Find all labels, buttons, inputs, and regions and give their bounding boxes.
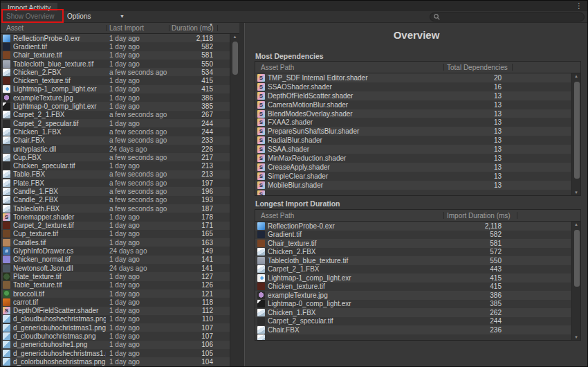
table-row[interactable]: Cup.FBXa few seconds ago217: [1, 153, 230, 161]
asset-name: Chicken_normal.tif: [13, 256, 106, 263]
asset-table-scrollbar[interactable]: ▲: [230, 34, 239, 366]
table-row[interactable]: Plate_texture.tif1 day ago127: [1, 272, 230, 280]
table-row[interactable]: Tablecloth_blue_texture.tif550: [255, 256, 571, 265]
column-header-last-import[interactable]: Last Import: [109, 23, 144, 34]
scrollbar-thumb[interactable]: [574, 82, 580, 179]
panel-splitter[interactable]: [239, 23, 245, 366]
asset-path: Chair_texture.tif: [268, 240, 571, 247]
table-row[interactable]: Carpet_2_1.FBX443: [255, 265, 571, 274]
table-row[interactable]: Carpet_2_specular.tif1 day ago244: [1, 119, 230, 127]
table-row[interactable]: carrot.tif1 day ago118: [1, 298, 230, 306]
table-row[interactable]: Chicken_1.FBXa few seconds ago244: [1, 127, 230, 136]
table-row[interactable]: SFXAA2.shader13: [255, 118, 571, 127]
table-row[interactable]: Chicken_1.FBX262: [255, 308, 571, 317]
table-row[interactable]: [255, 334, 571, 341]
table-row[interactable]: d_genericbuhoshechristmas1.png1 day ago1…: [1, 349, 230, 357]
table-row[interactable]: Plate.FBXa few seconds ago197: [1, 179, 230, 187]
column-header-total-dependencies[interactable]: Total Dependencies: [447, 62, 508, 73]
table-row[interactable]: SMinMaxReduction.shader13: [255, 154, 571, 163]
table-row[interactable]: Chicken_texture.tif415: [255, 283, 571, 292]
table-row[interactable]: Lightmap-0_comp_light.exr1 day ago385: [1, 102, 230, 110]
table-row[interactable]: d_colorbuhoshechristmas.png1 day ago104: [1, 357, 230, 366]
column-header-duration[interactable]: Duration (ms): [172, 23, 214, 34]
table-row[interactable]: S: [255, 190, 571, 195]
duration-value: 165: [201, 230, 213, 238]
table-row[interactable]: d_genericbuhochristmas1.png1 day ago107: [1, 323, 230, 332]
tex-chair-icon: [3, 51, 10, 59]
table-row[interactable]: SSSAA.shader13: [255, 145, 571, 154]
table-row[interactable]: STMP_SDF Internal Editor.shader20: [255, 73, 571, 82]
table-row[interactable]: ReflectionProbe-0.exr2,118: [255, 222, 571, 231]
table-row[interactable]: Tablecloth.FBXa few seconds ago187: [1, 204, 230, 213]
show-overview-button[interactable]: Show Overview: [6, 11, 54, 22]
table-row[interactable]: SMobileBlur.shader13: [255, 181, 571, 190]
table-row[interactable]: Carpet_2_specular.tif244: [255, 317, 571, 326]
scroll-up-icon[interactable]: ▲: [230, 35, 239, 39]
table-row[interactable]: SRadialBlur.shader13: [255, 136, 571, 145]
table-row[interactable]: Carpet_2_texture.tif1 day ago171: [1, 222, 230, 230]
table-row[interactable]: Cup_texture.tif1 day ago165: [1, 230, 230, 238]
scrollbar-thumb[interactable]: [232, 42, 238, 75]
table-row[interactable]: Candle_2.FBXa few seconds ago193: [1, 196, 230, 204]
table-row[interactable]: Chair.FBX236: [255, 325, 571, 334]
column-header-import-duration[interactable]: Import Duration (ms): [447, 210, 511, 222]
table-row[interactable]: SDepthOfFieldScatter.shader13: [255, 91, 571, 100]
table-row[interactable]: SCameraMotionBlur.shader13: [255, 100, 571, 109]
table-row[interactable]: Newtonsoft.Json.dll24 days ago141: [1, 264, 230, 272]
scroll-down-icon[interactable]: ▼: [572, 190, 580, 195]
table-row[interactable]: Tablecloth_blue_texture.tif1 day ago550: [1, 60, 230, 68]
scroll-down-icon[interactable]: ▼: [572, 335, 580, 339]
table-row[interactable]: Chicken_2.FBX572: [255, 248, 571, 257]
table-row[interactable]: SDepthOfFieldScatter.shader1 day ago112: [1, 307, 230, 315]
scroll-up-icon[interactable]: ▲: [572, 74, 580, 78]
scrollbar-thumb[interactable]: [574, 230, 580, 287]
table-row[interactable]: Gradient.tif582: [255, 231, 571, 240]
table-row[interactable]: #GlyphInfoDrawer.cs24 days ago149: [1, 247, 230, 255]
table-row[interactable]: ReflectionProbe-0.exr1 day ago2,118: [1, 34, 230, 42]
table-row[interactable]: d_genericbuhoshe1.png1 day ago106: [1, 341, 230, 349]
table-row[interactable]: SSSAOShader.shader16: [255, 82, 571, 91]
table-row[interactable]: SSimpleClear.shader13: [255, 172, 571, 181]
table-row[interactable]: Candles.tif1 day ago163: [1, 238, 230, 247]
column-header-asset-path[interactable]: Asset Path: [261, 210, 294, 222]
table-row[interactable]: Candle_1.FBXa few seconds ago196: [1, 187, 230, 195]
table-row[interactable]: SBlendModesOverlay.shader13: [255, 109, 571, 118]
table-row[interactable]: broccoli.tif1 day ago121: [1, 289, 230, 298]
table-row[interactable]: Gradient.tif1 day ago582: [1, 42, 230, 51]
window-menu-icon[interactable]: ⋮: [576, 1, 582, 11]
table-row[interactable]: Chicken_specular.tif1 day ago213: [1, 161, 230, 170]
table-row[interactable]: SCreaseApply.shader13: [255, 163, 571, 172]
column-header-asset-path[interactable]: Asset Path: [261, 62, 294, 73]
duration-value: 187: [201, 205, 213, 213]
table-row[interactable]: Chair.FBXa few seconds ago233: [1, 136, 230, 145]
table-row[interactable]: Chair_texture.tif1 day ago581: [1, 51, 230, 60]
table-row[interactable]: Chicken_2.FBXa few seconds ago534: [1, 68, 230, 76]
table-row[interactable]: Lightmap-1_comp_light.exr1 day ago415: [1, 85, 230, 93]
scroll-up-icon[interactable]: ▲: [572, 222, 580, 226]
fbx-icon: [3, 128, 10, 136]
table-row[interactable]: Table_texture.tif1 day ago126: [1, 281, 230, 289]
tex-candles-icon: [3, 239, 10, 247]
table-row[interactable]: STonemapper.shader1 day ago178: [1, 213, 230, 221]
table-row[interactable]: exampleTexture.jpg1 day ago386: [1, 93, 230, 102]
most-dependencies-scrollbar[interactable]: ▲ ▼: [571, 73, 580, 195]
table-row[interactable]: Carpet_2_1.FBXa few seconds ago267: [1, 111, 230, 119]
search-field[interactable]: [430, 12, 585, 21]
table-row[interactable]: exampleTexture.jpg386: [255, 291, 571, 300]
table-row[interactable]: Table.FBXa few seconds ago213: [1, 170, 230, 179]
table-row[interactable]: Chicken_texture.tif1 day ago415: [1, 76, 230, 84]
table-row[interactable]: SPrepareSunShaftsBlur.shader13: [255, 127, 571, 136]
duration-value: 415: [201, 85, 213, 93]
search-input[interactable]: [443, 13, 580, 21]
table-row[interactable]: Lightmap-0_comp_light.exr385: [255, 300, 571, 309]
table-row[interactable]: Lightmap-1_comp_light.exr415: [255, 274, 571, 283]
table-row[interactable]: Chair_texture.tif581: [255, 239, 571, 248]
png-icon: [3, 324, 10, 332]
column-header-asset[interactable]: Asset: [6, 23, 24, 34]
table-row[interactable]: d_cloudbuhochristmas.png1 day ago107: [1, 332, 230, 340]
table-row[interactable]: d_cloudbuhoshechristmas.png1 day ago110: [1, 315, 230, 323]
table-row[interactable]: Chicken_normal.tif1 day ago141: [1, 256, 230, 264]
asset-path: CreaseApply.shader: [268, 163, 571, 171]
table-row[interactable]: unityplastic.dll24 days ago226: [1, 145, 230, 153]
longest-import-scrollbar[interactable]: ▲ ▼: [571, 222, 580, 340]
